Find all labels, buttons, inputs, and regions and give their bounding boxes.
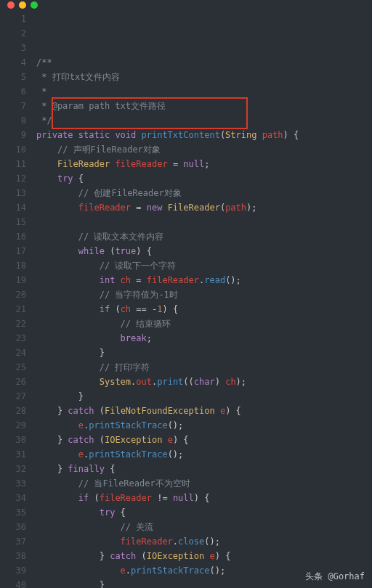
code-token: } <box>57 435 68 445</box>
line-number: 37 <box>6 534 26 549</box>
line-number: 21 <box>6 302 26 317</box>
code-token: ) { <box>173 435 189 445</box>
code-line: private static void printTxtContent(Stri… <box>36 128 372 142</box>
code-token: ) { <box>136 246 152 256</box>
code-token: fileReader <box>121 536 173 547</box>
minimize-icon[interactable] <box>19 1 26 9</box>
code-line: if (ch == -1) { <box>36 302 372 317</box>
line-number: 6 <box>6 84 26 99</box>
code-token: catch <box>68 406 99 416</box>
code-token: ); <box>246 203 256 213</box>
code-token: catch <box>68 435 99 445</box>
code-line: // 读取下一个字符 <box>36 258 372 273</box>
code-token: ( <box>100 435 105 445</box>
code-token: . <box>173 536 178 547</box>
code-token: != <box>157 493 173 503</box>
code-token: int <box>100 275 121 285</box>
code-token: printTxtContent <box>142 130 220 140</box>
code-token: (( <box>183 377 193 387</box>
code-token: // 当字符值为-1时 <box>100 290 178 300</box>
code-token: (); <box>209 565 225 576</box>
line-number: 13 <box>6 186 26 200</box>
code-token: System <box>100 377 131 387</box>
code-token: // 关流 <box>121 522 154 532</box>
code-token: path <box>225 203 246 213</box>
code-token: (); <box>204 536 220 547</box>
code-token: ch <box>121 304 137 314</box>
code-line: } finally { <box>36 462 372 476</box>
line-number: 35 <box>6 505 26 520</box>
code-line: * 打印txt文件内容 <box>36 70 372 84</box>
code-line: try { <box>36 171 372 186</box>
code-token: ( <box>115 304 120 314</box>
line-number: 26 <box>6 375 26 389</box>
line-number: 15 <box>6 215 26 229</box>
line-number: 39 <box>6 563 26 578</box>
code-token: String <box>225 130 262 140</box>
code-token: // 当FileReader不为空时 <box>78 478 190 489</box>
code-token: finally <box>68 464 110 474</box>
code-token: e <box>78 449 84 460</box>
code-token: { <box>78 173 84 184</box>
line-number: 25 <box>6 360 26 375</box>
code-token: try <box>57 173 78 184</box>
code-line: // 打印字符 <box>36 360 372 375</box>
line-number: 9 <box>6 128 26 142</box>
close-icon[interactable] <box>7 1 15 9</box>
code-line: // 关流 <box>36 520 372 534</box>
code-token: out <box>136 377 152 387</box>
code-token: /** <box>36 57 52 68</box>
line-number: 12 <box>6 171 26 186</box>
line-number: 19 <box>6 273 26 287</box>
code-token: ( <box>94 493 99 503</box>
code-token: } <box>57 406 68 416</box>
code-token: ) { <box>162 304 178 314</box>
window-titlebar <box>0 0 372 10</box>
code-token: { <box>110 464 115 474</box>
code-line: } catch (FileNotFoundException e) { <box>36 404 372 418</box>
code-token: // 打印字符 <box>100 362 150 372</box>
code-line: // 当FileReader不为空时 <box>36 476 372 491</box>
code-line: if (fileReader != null) { <box>36 491 372 505</box>
line-number: 36 <box>6 520 26 534</box>
line-number: 30 <box>6 433 26 447</box>
code-token: ( <box>142 551 147 561</box>
line-number-gutter: 1234567891011121314151617181920212223242… <box>6 12 36 588</box>
code-line <box>36 215 372 229</box>
code-area: /** * 打印txt文件内容 * * @param path txt文件路径 … <box>36 12 372 588</box>
line-number: 14 <box>6 200 26 215</box>
code-token: static <box>78 130 116 140</box>
code-line: */ <box>36 113 372 128</box>
line-number: 10 <box>6 142 26 157</box>
code-token: = <box>173 159 183 169</box>
code-token: . <box>126 565 131 576</box>
code-token: FileReader <box>57 159 115 169</box>
code-token: printStackTrace <box>89 420 167 430</box>
line-number: 32 <box>6 462 26 476</box>
code-token: * @param path txt文件路径 <box>36 101 166 111</box>
watermark-text: 头条 @Gorhaf <box>305 569 365 584</box>
code-token: { <box>121 507 126 518</box>
code-line: try { <box>36 505 372 520</box>
code-token: (); <box>168 449 184 460</box>
code-token: null <box>173 493 194 503</box>
code-token: private <box>36 130 78 140</box>
code-token: ( <box>100 406 105 416</box>
code-token: try <box>100 507 121 518</box>
code-token: FileReader <box>168 203 220 213</box>
line-number: 33 <box>6 476 26 491</box>
line-number: 29 <box>6 418 26 433</box>
zoom-icon[interactable] <box>31 1 38 9</box>
code-line: // 声明FileReader对象 <box>36 142 372 157</box>
code-line: } <box>36 389 372 404</box>
code-line: // 读取文本文件内容 <box>36 229 372 244</box>
code-token: true <box>115 246 136 256</box>
code-token: catch <box>110 551 141 561</box>
code-token: fileReader <box>115 159 172 169</box>
code-token: * <box>36 86 46 97</box>
line-number: 38 <box>6 549 26 563</box>
line-number: 23 <box>6 331 26 346</box>
line-number: 7 <box>6 99 26 113</box>
code-token: void <box>115 130 141 140</box>
code-token: // 结束循环 <box>121 319 171 329</box>
